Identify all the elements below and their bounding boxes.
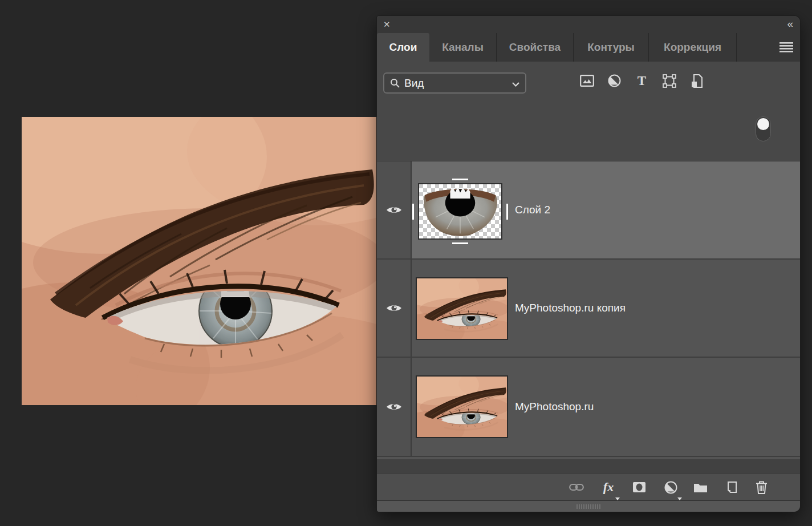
eye-icon (386, 205, 402, 215)
close-icon[interactable]: ✕ (383, 19, 391, 30)
delete-layer-icon[interactable] (754, 480, 769, 495)
layer-row-myphotoshop[interactable]: MyPhotoshop.ru (377, 358, 800, 457)
tab-adjustments[interactable]: Коррекция (649, 33, 737, 62)
panel-footer-toolbar: fx (377, 473, 800, 500)
filter-kind-dropdown[interactable]: Вид (383, 72, 526, 94)
layers-list: Слой 2 MyPhotoshop.ru копия (377, 161, 800, 459)
link-layers-icon[interactable] (569, 480, 584, 495)
visibility-toggle[interactable] (377, 161, 412, 258)
canvas-eye-photo (22, 117, 377, 405)
type-filter-icon[interactable]: T (635, 74, 649, 88)
eye-icon (386, 402, 402, 412)
image-filter-icon[interactable] (580, 74, 594, 88)
tab-label: Свойства (509, 41, 561, 54)
tab-channels[interactable]: Каналы (429, 33, 497, 62)
visibility-toggle[interactable] (377, 260, 412, 357)
add-mask-icon[interactable] (632, 480, 647, 495)
panel-resize-strip (377, 500, 800, 512)
tab-label: Каналы (442, 41, 484, 54)
adjustment-filter-icon[interactable] (607, 74, 622, 88)
tab-properties[interactable]: Свойства (497, 33, 574, 62)
collapse-panel-icon[interactable]: « (787, 18, 792, 30)
layer-thumbnail[interactable] (416, 375, 508, 438)
eye-icon (386, 303, 402, 313)
lock-row: Закрепить: Заливка: 100% (377, 129, 800, 161)
tab-label: Коррекция (664, 41, 721, 54)
layer-row-myphotoshop-copy[interactable]: MyPhotoshop.ru копия (377, 260, 800, 358)
panel-header: ✕ « (377, 16, 800, 33)
layer-thumbnail[interactable] (418, 183, 502, 240)
smart-object-filter-icon[interactable] (689, 74, 704, 88)
layer-row-sloy-2[interactable]: Слой 2 (377, 161, 800, 260)
layer-style-fx-icon[interactable]: fx (601, 480, 616, 495)
panel-menu-icon[interactable] (779, 42, 793, 53)
panel-tabs: Слои Каналы Свойства Контуры Коррекция (377, 33, 800, 62)
new-group-icon[interactable] (693, 480, 708, 495)
visibility-toggle[interactable] (377, 358, 412, 456)
new-layer-icon[interactable] (724, 480, 738, 495)
layer-name[interactable]: MyPhotoshop.ru (515, 358, 594, 456)
layer-name[interactable]: MyPhotoshop.ru копия (515, 260, 626, 357)
layer-name[interactable]: Слой 2 (515, 161, 550, 258)
tab-layers[interactable]: Слои (377, 33, 429, 62)
search-icon (390, 78, 400, 88)
tab-label: Контуры (587, 41, 635, 54)
transform-brackets (412, 179, 508, 244)
shape-filter-icon[interactable] (662, 74, 676, 88)
resize-grip[interactable] (576, 504, 602, 509)
chevron-down-icon (512, 77, 519, 90)
adjustment-layer-icon[interactable] (663, 480, 678, 495)
layer-filter-row: Вид T (377, 62, 800, 102)
blend-mode-row: Экран Непрозрачность: 100% (377, 102, 800, 129)
layers-panel: ✕ « Слои Каналы Свойства Контуры Коррекц… (377, 16, 800, 512)
tab-label: Слои (389, 41, 417, 54)
tab-paths[interactable]: Контуры (574, 33, 649, 62)
filter-kind-value: Вид (404, 77, 424, 90)
list-empty-area (377, 459, 800, 473)
layer-thumbnail[interactable] (416, 277, 508, 340)
